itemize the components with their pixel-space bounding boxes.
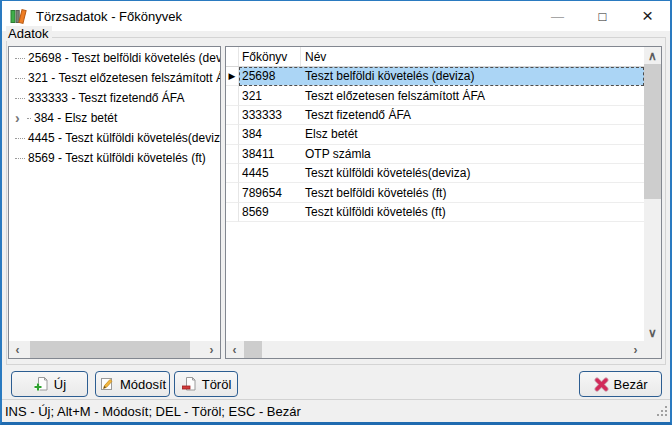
new-button-label: Új: [54, 377, 66, 392]
modify-button-label: Módosít: [120, 377, 166, 392]
scroll-right-icon[interactable]: ›: [627, 341, 644, 358]
grid-header: Főkönyv Név: [226, 47, 644, 67]
table-row[interactable]: 333333 Teszt fizetendő ÁFA: [226, 106, 644, 125]
table-row[interactable]: 789654 Teszt belföldi követelés (ft): [226, 183, 644, 202]
close-dialog-button[interactable]: Bezár: [579, 371, 662, 397]
statusbar: INS - Új; Alt+M - Módosít; DEL - Töröl; …: [2, 399, 670, 422]
tree-connector: [15, 78, 25, 79]
cell-fokonyv: 321: [239, 89, 301, 103]
cell-fokonyv: 38411: [239, 147, 301, 161]
delete-button[interactable]: Töröl: [174, 371, 238, 397]
cell-nev: Teszt belföldi követelés (ft): [301, 186, 644, 200]
ledger-tree-panel: 25698 - Teszt belföldi követelés (deviza…: [8, 46, 221, 359]
tree-connector: [15, 158, 25, 159]
cell-nev: OTP számla: [301, 147, 644, 161]
table-row[interactable]: 384 Elsz betét: [226, 125, 644, 144]
table-row[interactable]: 38411 OTP számla: [226, 145, 644, 164]
scrollbar-corner: [644, 341, 661, 358]
tree-connector: [15, 58, 25, 59]
groupbox-label: Adatok: [6, 26, 52, 41]
row-selector-cell: ▶: [226, 67, 239, 86]
scrollbar-thumb[interactable]: [30, 341, 190, 358]
scroll-down-icon[interactable]: ∨: [644, 324, 661, 341]
titlebar: Törzsadatok - Főkönyvek — □ ×: [2, 1, 670, 31]
window-title: Törzsadatok - Főkönyvek: [36, 9, 182, 24]
tree-connector: [15, 98, 25, 99]
new-button[interactable]: Új: [11, 371, 88, 397]
cell-nev: Teszt fizetendő ÁFA: [301, 108, 644, 122]
modify-button[interactable]: Módosít: [95, 371, 170, 397]
row-selector-cell: [226, 125, 239, 144]
column-header-nev[interactable]: Név: [301, 47, 644, 66]
cell-nev: Teszt belföldi követelés (deviza): [301, 69, 644, 83]
scroll-left-icon[interactable]: ‹: [9, 341, 26, 358]
grid-rows: ▶ 25698 Teszt belföldi követelés (deviza…: [226, 67, 644, 222]
scrollbar-thumb[interactable]: [644, 64, 661, 199]
scroll-up-icon[interactable]: ∧: [644, 47, 661, 64]
scrollbar-track[interactable]: [26, 341, 203, 358]
ledger-grid: Főkönyv Név ▶ 25698 Teszt belföldi követ…: [225, 46, 662, 359]
table-row[interactable]: 321 Teszt előzetesen felszámított ÁFA: [226, 86, 644, 105]
tree-horizontal-scrollbar[interactable]: ‹ ›: [9, 341, 220, 358]
cell-fokonyv: 4445: [239, 166, 301, 180]
close-button[interactable]: ×: [625, 1, 670, 31]
cell-nev: Teszt külföldi követelés (ft): [301, 205, 644, 219]
scrollbar-track[interactable]: [243, 341, 627, 358]
row-selector-cell: [226, 164, 239, 183]
tree-item[interactable]: 8569 - Teszt külföldi követelés (ft): [9, 148, 220, 168]
expand-chevron-icon[interactable]: ›: [15, 111, 26, 125]
cell-fokonyv: 789654: [239, 186, 301, 200]
tree-item-expandable[interactable]: › 384 - Elsz betét: [9, 108, 220, 128]
table-row[interactable]: 4445 Teszt külföldi követelés(deviza): [226, 164, 644, 183]
tree-item[interactable]: 321 - Teszt előzetesen felszámított ÁFA: [9, 68, 220, 88]
maximize-button[interactable]: □: [580, 1, 625, 31]
new-page-plus-icon: [33, 376, 49, 392]
row-selector-cell: [226, 145, 239, 164]
table-row[interactable]: 8569 Teszt külföldi követelés (ft): [226, 203, 644, 222]
close-x-icon: [594, 377, 609, 392]
header-selector-cell: [226, 47, 239, 66]
close-button-label: Bezár: [614, 377, 648, 392]
statusbar-shortcut-hints: INS - Új; Alt+M - Módosít; DEL - Töröl; …: [5, 404, 301, 419]
delete-page-minus-icon: [181, 376, 197, 392]
app-icon: [10, 8, 28, 25]
tree-connector: [27, 118, 31, 119]
row-selector-cell: [226, 183, 239, 202]
dialog-window: Törzsadatok - Főkönyvek — □ × Adatok 256…: [0, 0, 672, 425]
tree-item[interactable]: 25698 - Teszt belföldi követelés (deviza…: [9, 48, 220, 68]
cell-nev: Teszt külföldi követelés(deviza): [301, 166, 644, 180]
cell-nev: Teszt előzetesen felszámított ÁFA: [301, 89, 644, 103]
column-header-fokonyv[interactable]: Főkönyv: [239, 47, 301, 66]
delete-button-label: Töröl: [202, 377, 232, 392]
caption-buttons: — □ ×: [535, 1, 670, 31]
row-selector-cell: [226, 106, 239, 125]
resize-grip[interactable]: [656, 405, 668, 420]
row-selector-cell: [226, 86, 239, 105]
cell-nev: Elsz betét: [301, 127, 644, 141]
cell-fokonyv: 384: [239, 127, 301, 141]
table-row-selected[interactable]: ▶ 25698 Teszt belföldi követelés (deviza…: [226, 67, 644, 86]
tree-item[interactable]: 4445 - Teszt külföldi követelés(deviza): [9, 128, 220, 148]
cell-fokonyv: 8569: [239, 205, 301, 219]
grid-vertical-scrollbar[interactable]: ∧ ∨: [644, 47, 661, 341]
scroll-right-icon[interactable]: ›: [203, 341, 220, 358]
tree-connector: [15, 138, 25, 139]
cell-fokonyv: 333333: [239, 108, 301, 122]
minimize-button[interactable]: —: [535, 1, 580, 31]
tree-items: 25698 - Teszt belföldi követelés (deviza…: [9, 48, 220, 340]
modify-pencil-icon: [99, 376, 115, 392]
cell-fokonyv: 25698: [239, 69, 301, 83]
row-selector-cell: [226, 203, 239, 222]
scroll-left-icon[interactable]: ‹: [226, 341, 243, 358]
tree-item[interactable]: 333333 - Teszt fizetendő ÁFA: [9, 88, 220, 108]
grid-horizontal-scrollbar[interactable]: ‹ ›: [226, 341, 644, 358]
selected-row-marker-icon: ▶: [229, 72, 236, 81]
scrollbar-thumb[interactable]: [244, 341, 262, 358]
